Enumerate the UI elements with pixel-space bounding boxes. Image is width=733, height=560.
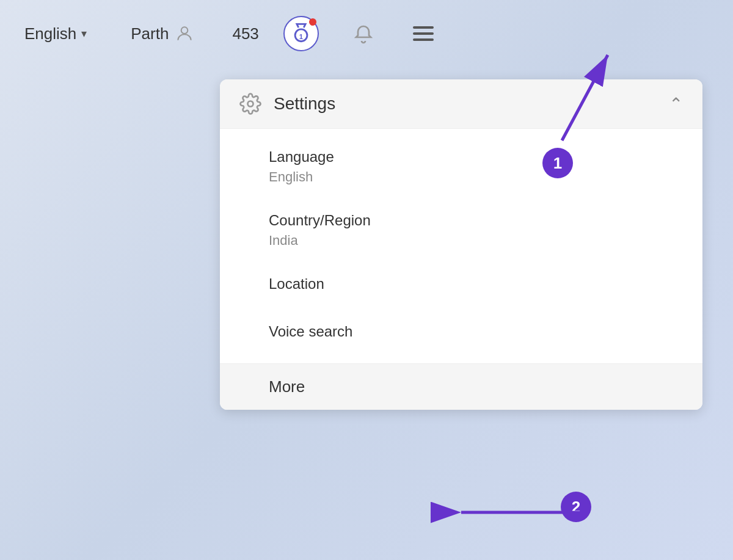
user-section: Parth [131, 24, 194, 43]
country-region-menu-item[interactable]: Country/Region India [220, 198, 702, 262]
arrow-1 [513, 37, 635, 159]
bell-button[interactable] [348, 18, 379, 49]
location-menu-item[interactable]: Location [220, 262, 702, 310]
svg-text:1: 1 [299, 33, 303, 40]
menu-header-left: Settings [239, 93, 335, 115]
language-selector[interactable]: English ▾ [24, 24, 87, 43]
hamburger-icon [413, 26, 434, 41]
settings-label: Settings [274, 94, 335, 114]
gear-icon [239, 93, 261, 115]
voice-search-item-label: Voice search [269, 323, 654, 340]
menu-items: Language English Country/Region India Lo… [220, 129, 702, 363]
hamburger-menu-button[interactable] [408, 18, 439, 49]
country-item-label: Country/Region [269, 212, 654, 229]
more-label: More [269, 377, 305, 396]
arrow-2 [443, 494, 614, 531]
location-item-label: Location [269, 275, 654, 293]
medal-icon: 1 [291, 23, 312, 44]
voice-search-menu-item[interactable]: Voice search [220, 310, 702, 357]
chevron-up-icon: ⌃ [669, 94, 683, 114]
medal-button[interactable]: 1 [283, 16, 319, 51]
user-name: Parth [131, 24, 169, 43]
score-label: 453 [232, 24, 258, 43]
notification-dot [309, 18, 316, 26]
menu-footer[interactable]: More [220, 363, 702, 410]
language-chevron: ▾ [81, 27, 87, 40]
svg-point-0 [181, 27, 188, 34]
language-label: English [24, 24, 76, 43]
language-item-value: English [269, 169, 654, 185]
bell-icon [352, 23, 374, 45]
country-item-value: India [269, 233, 654, 249]
user-icon [175, 24, 194, 43]
svg-line-5 [562, 55, 608, 140]
svg-point-3 [248, 101, 253, 107]
